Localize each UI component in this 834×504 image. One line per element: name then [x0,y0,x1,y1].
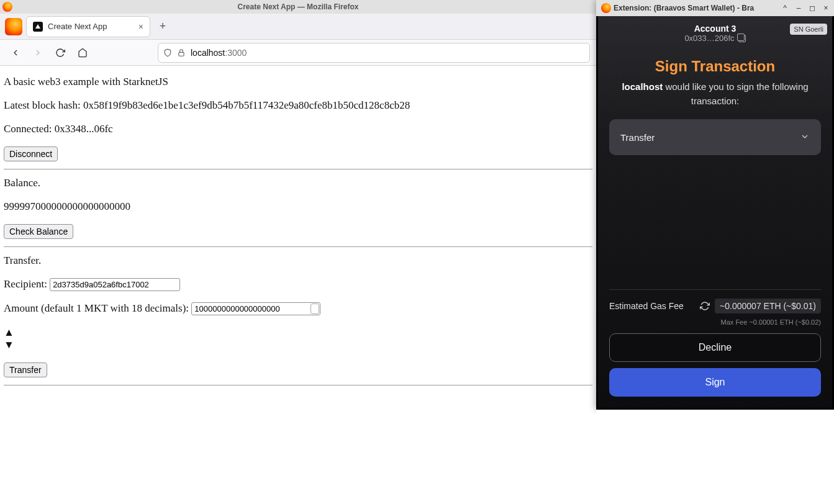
browser-tab[interactable]: Create Next App × [26,16,150,37]
new-tab-button[interactable]: + [154,18,171,35]
tab-strip: Create Next App × + [0,14,596,40]
tab-label: Create Next App [48,22,107,31]
sign-subtitle: localhost would like you to sign the fol… [598,80,832,108]
disconnect-button[interactable]: Disconnect [4,146,58,161]
extension-window-title: Extension: (Braavos Smart Wallet) - Bra [614,4,777,12]
number-spinner[interactable] [310,304,319,314]
network-badge[interactable]: SN Goerli [790,24,827,35]
decline-button[interactable]: Decline [609,333,821,362]
tab-close-icon[interactable]: × [138,22,143,32]
sign-transaction-title: Sign Transaction [598,58,832,75]
amount-row: Amount (default 1 MKT with 18 decimals): [4,302,592,315]
recipient-input[interactable] [50,278,180,291]
balance-value: 999997000000000000000000 [4,200,592,213]
divider [4,385,592,385]
chevron-up-icon[interactable]: ^ [779,2,791,14]
window-titlebar: Create Next App — Mozilla Firefox [0,0,596,14]
sign-button[interactable]: Sign [609,368,821,397]
copy-icon[interactable] [738,35,746,42]
transaction-type: Transfer [620,132,655,143]
amount-input[interactable] [191,302,320,315]
url-bar[interactable]: localhost:3000 [158,43,590,63]
transaction-card[interactable]: Transfer [609,119,821,155]
transfer-heading: Transfer. [4,254,592,267]
lock-icon [177,48,186,57]
refresh-icon[interactable] [700,301,710,311]
maximize-icon[interactable]: ◻ [807,2,818,14]
page-content: A basic web3 example with StarknetJS Lat… [0,66,596,397]
url-text: localhost:3000 [191,48,247,58]
window-title: Create Next App — Mozilla Firefox [238,2,359,11]
gas-fee-value: ~0.000007 ETH (~$0.01) [715,299,821,313]
gas-fee-label: Estimated Gas Fee [609,301,695,311]
chevron-down-icon [800,132,810,143]
recipient-label: Recipient: [4,278,47,290]
amount-label: Amount (default 1 MKT with 18 decimals): [4,302,189,314]
connected-line: Connected: 0x3348...06fc [4,123,592,135]
firefox-icon [2,2,12,12]
minimize-icon[interactable]: – [793,2,804,14]
extension-buttons: Decline Sign [598,333,832,408]
divider [4,246,592,247]
home-button[interactable] [73,43,92,62]
tab-favicon-icon [33,22,43,32]
intro-text: A basic web3 example with StarknetJS [4,76,592,88]
svg-rect-0 [179,52,184,56]
forward-button[interactable] [29,43,47,62]
extension-window: Extension: (Braavos Smart Wallet) - Bra … [596,0,834,410]
balance-heading: Balance. [4,177,592,189]
transfer-button[interactable]: Transfer [4,362,47,377]
block-hash-line: Latest block hash: 0x58f19f9b83ed6e1be1c… [4,99,592,112]
firefox-main-window: Create Next App — Mozilla Firefox Create… [0,0,596,504]
max-fee-text: Max Fee ~0.00001 ETH (~$0.02) [609,318,821,326]
recipient-row: Recipient: [4,278,592,291]
firefox-icon [601,3,611,13]
nav-toolbar: localhost:3000 [0,40,596,66]
close-icon[interactable]: × [820,2,832,14]
extension-body: Account 3 0x033…206fc SN Goerli Sign Tra… [596,16,834,410]
back-button[interactable] [6,43,25,62]
extension-titlebar: Extension: (Braavos Smart Wallet) - Bra … [596,0,834,16]
account-header: Account 3 0x033…206fc SN Goerli [598,21,832,47]
divider [4,169,592,169]
gas-fee-row: Estimated Gas Fee ~0.000007 ETH (~$0.01) [609,289,821,313]
firefox-menu-icon[interactable] [5,18,22,35]
check-balance-button[interactable]: Check Balance [4,224,73,239]
shield-icon [163,48,172,57]
reload-button[interactable] [51,43,70,62]
background-area [596,410,834,504]
account-address[interactable]: 0x033…206fc [598,34,832,43]
